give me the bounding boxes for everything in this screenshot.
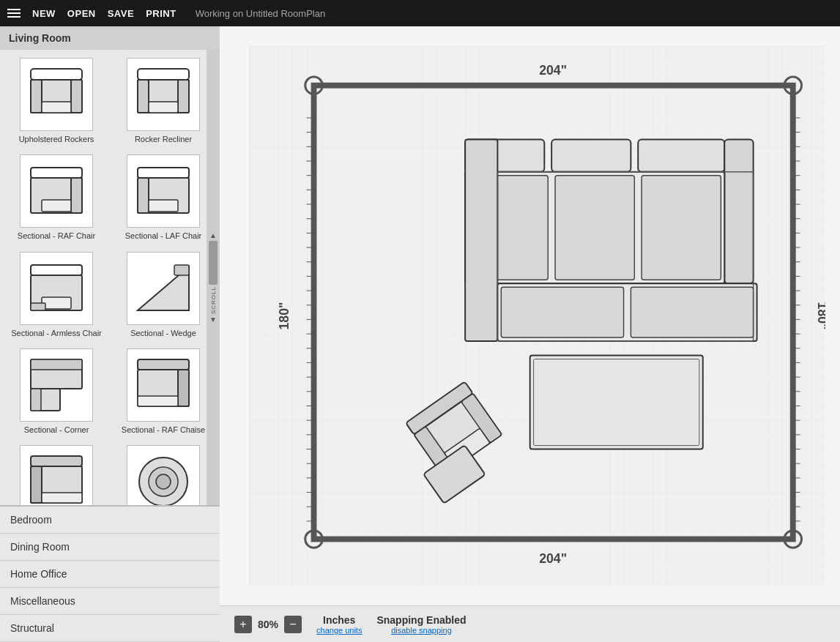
save-button[interactable]: SAVE bbox=[108, 8, 134, 19]
sectional-armless-icon bbox=[20, 252, 93, 325]
category-home-office[interactable]: Home Office bbox=[0, 561, 220, 588]
svg-rect-111 bbox=[638, 139, 724, 171]
furniture-item-sectional-armless[interactable]: Sectional - Armless Chair bbox=[3, 247, 110, 343]
change-units-link[interactable]: change units bbox=[316, 626, 362, 635]
sectional-raf-chaise-icon bbox=[127, 348, 200, 422]
svg-rect-0 bbox=[31, 69, 82, 80]
room-canvas[interactable]: 204" 204" 180" 180" bbox=[220, 26, 840, 605]
sidebar-header: Living Room bbox=[0, 26, 220, 50]
open-button[interactable]: OPEN bbox=[67, 8, 96, 19]
svg-rect-12 bbox=[71, 178, 82, 213]
sectional-laf-chair-label: Sectional - LAF Chair bbox=[125, 231, 202, 241]
furniture-item-rocker-recliner[interactable]: Rocker Recliner bbox=[110, 53, 217, 149]
svg-rect-26 bbox=[31, 359, 82, 370]
zoom-level-display: 80% bbox=[258, 619, 278, 630]
sectional-raf-chair-label: Sectional - RAF Chair bbox=[18, 231, 95, 241]
canvas-area: 204" 204" 180" 180" bbox=[220, 26, 840, 642]
items-scroll-area: Upholstered Rockers Rock bbox=[0, 50, 220, 505]
zoom-out-button[interactable]: − bbox=[284, 616, 302, 633]
category-list: Bedroom Dining Room Home Office Miscella… bbox=[0, 505, 220, 642]
scroll-thumb[interactable] bbox=[209, 241, 218, 285]
scroll-indicator[interactable]: ▲ SCROLL ▼ bbox=[207, 50, 220, 505]
snapping-label: Snapping Enabled bbox=[376, 614, 466, 626]
svg-text:180": 180" bbox=[277, 302, 291, 330]
svg-rect-115 bbox=[555, 176, 634, 280]
svg-rect-36 bbox=[42, 493, 82, 503]
svg-rect-9 bbox=[149, 102, 178, 113]
svg-rect-24 bbox=[174, 265, 189, 275]
svg-rect-7 bbox=[138, 80, 149, 113]
sectional-laf-chair-icon bbox=[127, 154, 200, 228]
svg-point-39 bbox=[156, 474, 171, 489]
furniture-item-sectional-wedge[interactable]: Sectional - Wedge bbox=[110, 247, 217, 343]
svg-rect-3 bbox=[71, 80, 82, 113]
svg-rect-119 bbox=[501, 287, 623, 337]
scroll-up-arrow[interactable]: ▲ bbox=[209, 231, 217, 239]
room-svg: 204" 204" 180" 180" bbox=[249, 41, 825, 591]
sectional-raf-chaise-label: Sectional - RAF Chaise bbox=[122, 425, 205, 435]
rocker-recliner-label: Rocker Recliner bbox=[135, 134, 192, 144]
svg-rect-112 bbox=[724, 139, 753, 283]
sectional-wedge-icon bbox=[127, 252, 200, 325]
category-structural[interactable]: Structural bbox=[0, 615, 220, 642]
disable-snapping-link[interactable]: disable snapping bbox=[391, 626, 452, 635]
menu-icon[interactable] bbox=[7, 9, 21, 18]
category-miscellaneous[interactable]: Miscellaneous bbox=[0, 588, 220, 615]
svg-rect-122 bbox=[530, 356, 703, 449]
furniture-item-sectional-raf-chair[interactable]: Sectional - RAF Chair bbox=[3, 149, 110, 246]
main-area: Living Room bbox=[0, 26, 840, 642]
snapping-control: Snapping Enabled disable snapping bbox=[376, 614, 466, 635]
svg-rect-17 bbox=[149, 200, 178, 212]
svg-rect-31 bbox=[178, 370, 189, 406]
units-control: Inches change units bbox=[316, 614, 362, 635]
sectional-corner-label: Sectional - Corner bbox=[24, 425, 89, 435]
working-label: Working on Untitled RoomPlan bbox=[196, 8, 326, 19]
new-button[interactable]: NEW bbox=[32, 8, 56, 19]
svg-rect-29 bbox=[138, 359, 189, 370]
scroll-text: SCROLL bbox=[210, 286, 217, 314]
zoom-in-button[interactable]: + bbox=[234, 616, 252, 633]
zoom-controls: + 80% − bbox=[234, 616, 302, 633]
svg-rect-8 bbox=[178, 80, 189, 113]
sectional-armless-label: Sectional - Armless Chair bbox=[11, 328, 102, 338]
furniture-item-sectional-laf-chaise[interactable]: Sectional - LAF Chaise bbox=[3, 440, 110, 505]
category-dining-room[interactable]: Dining Room bbox=[0, 534, 220, 561]
svg-rect-18 bbox=[31, 265, 82, 275]
furniture-grid: Upholstered Rockers Rock bbox=[0, 50, 220, 505]
upholstered-rockers-icon bbox=[20, 58, 93, 131]
svg-rect-2 bbox=[31, 80, 42, 113]
svg-text:180": 180" bbox=[815, 302, 825, 330]
upholstered-rockers-label: Upholstered Rockers bbox=[19, 134, 94, 144]
topbar: NEW OPEN SAVE PRINT Working on Untitled … bbox=[0, 0, 840, 26]
svg-rect-117 bbox=[465, 139, 497, 340]
bottom-bar: + 80% − Inches change units Snapping Ena… bbox=[220, 605, 840, 642]
svg-rect-110 bbox=[551, 139, 631, 171]
svg-rect-21 bbox=[31, 303, 45, 310]
scroll-down-arrow[interactable]: ▼ bbox=[209, 316, 217, 324]
furniture-item-sectional-raf-chaise[interactable]: Sectional - RAF Chaise bbox=[110, 343, 217, 440]
svg-rect-28 bbox=[31, 389, 41, 411]
svg-rect-120 bbox=[631, 287, 753, 337]
svg-rect-13 bbox=[42, 200, 71, 212]
rocker-recliner-icon bbox=[127, 58, 200, 131]
glider-recliner-icon bbox=[127, 445, 200, 505]
print-button[interactable]: PRINT bbox=[146, 8, 176, 19]
svg-rect-5 bbox=[138, 69, 189, 80]
svg-rect-35 bbox=[31, 466, 42, 503]
svg-rect-116 bbox=[642, 176, 721, 280]
sectional-wedge-label: Sectional - Wedge bbox=[130, 328, 196, 338]
svg-rect-32 bbox=[138, 396, 178, 406]
category-bedroom[interactable]: Bedroom bbox=[0, 507, 220, 534]
items-grid-wrapper[interactable]: Upholstered Rockers Rock bbox=[0, 50, 220, 505]
furniture-item-sectional-corner[interactable]: Sectional - Corner bbox=[3, 343, 110, 440]
furniture-item-upholstered-rockers[interactable]: Upholstered Rockers bbox=[3, 53, 110, 149]
svg-rect-14 bbox=[138, 168, 189, 178]
svg-rect-20 bbox=[42, 297, 71, 309]
furniture-item-sectional-laf-chair[interactable]: Sectional - LAF Chair bbox=[110, 149, 217, 246]
svg-rect-16 bbox=[138, 178, 149, 213]
svg-rect-10 bbox=[31, 168, 82, 178]
sectional-raf-chair-icon bbox=[20, 154, 93, 228]
svg-rect-33 bbox=[31, 456, 82, 466]
sectional-laf-chaise-icon bbox=[20, 445, 93, 505]
furniture-item-glider-recliner[interactable]: Glider Recliner bbox=[110, 440, 217, 505]
